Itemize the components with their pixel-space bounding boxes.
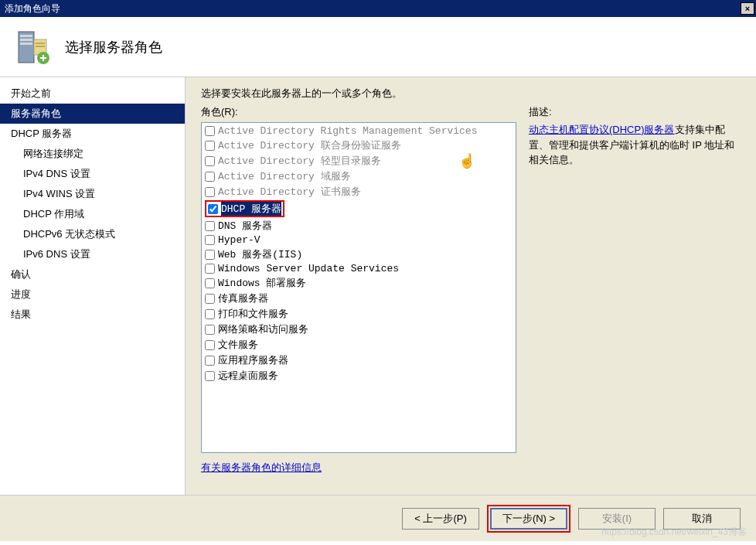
role-label: 打印和文件服务	[218, 307, 288, 321]
role-label: Hyper-V	[218, 234, 261, 246]
role-item[interactable]: Hyper-V	[203, 233, 514, 247]
role-item[interactable]: Active Directory 证书服务	[203, 184, 514, 199]
role-checkbox[interactable]	[205, 325, 215, 335]
server-role-icon	[14, 29, 51, 66]
role-item[interactable]: Active Directory 域服务	[203, 169, 514, 184]
sidebar-item[interactable]: 结果	[0, 305, 185, 325]
sidebar-item[interactable]: IPv4 WINS 设置	[0, 184, 185, 204]
svg-rect-5	[36, 43, 45, 44]
role-checkbox[interactable]	[205, 221, 215, 231]
role-label: Active Directory 域服务	[218, 169, 351, 183]
role-label: Active Directory 轻型目录服务	[218, 154, 381, 168]
sidebar-item[interactable]: 进度	[0, 284, 185, 305]
role-checkbox[interactable]	[205, 340, 215, 350]
role-checkbox[interactable]	[205, 187, 215, 197]
role-label: 文件服务	[218, 338, 258, 352]
role-item[interactable]: 打印和文件服务	[203, 306, 514, 322]
header-banner: 选择服务器角色	[0, 17, 756, 77]
sidebar-item[interactable]: DHCP 服务器	[0, 124, 185, 144]
role-checkbox[interactable]	[205, 264, 215, 274]
more-info-link-wrap: 有关服务器角色的详细信息	[201, 461, 322, 475]
roles-listbox[interactable]: ☝ Active Directory Rights Management Ser…	[201, 122, 516, 453]
sidebar-item[interactable]: 服务器角色	[0, 104, 185, 124]
role-checkbox[interactable]	[205, 235, 215, 245]
roles-label: 角色(R):	[201, 105, 516, 119]
prev-button[interactable]: < 上一步(P)	[402, 508, 479, 530]
button-bar: < 上一步(P) 下一步(N) > 安装(I) 取消 https://blog.…	[0, 495, 756, 541]
role-item[interactable]: Active Directory 轻型目录服务	[203, 153, 514, 169]
role-label: Active Directory 联合身份验证服务	[218, 138, 401, 152]
sidebar-item[interactable]: 开始之前	[0, 83, 185, 104]
role-checkbox[interactable]	[205, 250, 215, 260]
role-label: Active Directory Rights Management Servi…	[218, 125, 477, 137]
role-label: 远程桌面服务	[218, 369, 278, 383]
next-button[interactable]: 下一步(N) >	[490, 508, 567, 530]
content-area: 开始之前服务器角色DHCP 服务器网络连接绑定IPv4 DNS 设置IPv4 W…	[0, 77, 756, 495]
role-item[interactable]: Active Directory Rights Management Servi…	[203, 124, 514, 138]
sidebar: 开始之前服务器角色DHCP 服务器网络连接绑定IPv4 DNS 设置IPv4 W…	[0, 77, 186, 495]
role-checkbox[interactable]	[205, 141, 215, 151]
sidebar-item[interactable]: 网络连接绑定	[0, 144, 185, 164]
svg-rect-6	[36, 46, 45, 47]
role-checkbox[interactable]	[208, 204, 218, 214]
description-title: 描述:	[529, 105, 741, 119]
watermark-text: https://blog.csdn.net/weixin_43博客	[601, 526, 747, 539]
role-checkbox[interactable]	[205, 356, 215, 366]
role-label: Web 服务器(IIS)	[218, 247, 302, 261]
main-panel: 选择要安装在此服务器上的一个或多个角色。 角色(R): ☝ Active Dir…	[186, 77, 756, 495]
role-item[interactable]: Windows Server Update Services	[203, 262, 514, 275]
role-item[interactable]: DNS 服务器	[203, 218, 514, 233]
close-icon: ×	[745, 4, 750, 13]
role-checkbox[interactable]	[205, 309, 215, 319]
svg-rect-9	[43, 55, 44, 61]
role-item[interactable]: 网络策略和访问服务	[203, 322, 514, 337]
role-label: Windows Server Update Services	[218, 263, 399, 274]
close-button[interactable]: ×	[741, 2, 754, 15]
role-item[interactable]: 文件服务	[203, 337, 514, 353]
role-checkbox[interactable]	[205, 156, 215, 166]
svg-rect-3	[20, 43, 32, 45]
page-title: 选择服务器角色	[65, 38, 162, 56]
svg-rect-2	[20, 39, 32, 41]
role-item[interactable]: 应用程序服务器	[203, 353, 514, 368]
next-button-highlight: 下一步(N) >	[487, 505, 570, 533]
role-label: 传真服务器	[218, 291, 268, 305]
role-item[interactable]: Active Directory 联合身份验证服务	[203, 138, 514, 153]
description-text: 动态主机配置协议(DHCP)服务器支持集中配置、管理和提供客户端计算机的临时 I…	[529, 122, 741, 168]
role-item[interactable]: DHCP 服务器	[203, 199, 514, 218]
role-label: Windows 部署服务	[218, 276, 306, 290]
role-checkbox[interactable]	[205, 126, 215, 136]
more-info-link[interactable]: 有关服务器角色的详细信息	[201, 462, 322, 473]
sidebar-item[interactable]: IPv4 DNS 设置	[0, 164, 185, 184]
window-title: 添加角色向导	[5, 2, 60, 15]
sidebar-item[interactable]: DHCPv6 无状态模式	[0, 224, 185, 244]
role-label: 网络策略和访问服务	[218, 322, 308, 336]
role-item[interactable]: 远程桌面服务	[203, 368, 514, 383]
role-label: DNS 服务器	[218, 219, 272, 233]
description-panel: 描述: 动态主机配置协议(DHCP)服务器支持集中配置、管理和提供客户端计算机的…	[529, 105, 741, 475]
role-item[interactable]: Web 服务器(IIS)	[203, 247, 514, 262]
role-checkbox[interactable]	[205, 278, 215, 288]
role-checkbox[interactable]	[205, 172, 215, 182]
titlebar: 添加角色向导 ×	[0, 0, 756, 17]
role-label: 应用程序服务器	[218, 353, 288, 367]
role-label: DHCP 服务器	[221, 202, 281, 216]
sidebar-item[interactable]: DHCP 作用域	[0, 204, 185, 224]
instruction-text: 选择要安装在此服务器上的一个或多个角色。	[201, 87, 741, 100]
description-link[interactable]: 动态主机配置协议(DHCP)服务器	[529, 124, 675, 135]
role-item[interactable]: Windows 部署服务	[203, 275, 514, 291]
sidebar-item[interactable]: IPv6 DNS 设置	[0, 244, 185, 264]
svg-rect-1	[20, 35, 32, 37]
sidebar-item[interactable]: 确认	[0, 264, 185, 284]
role-item[interactable]: 传真服务器	[203, 291, 514, 306]
role-checkbox[interactable]	[205, 371, 215, 381]
role-checkbox[interactable]	[205, 294, 215, 304]
role-label: Active Directory 证书服务	[218, 185, 361, 199]
